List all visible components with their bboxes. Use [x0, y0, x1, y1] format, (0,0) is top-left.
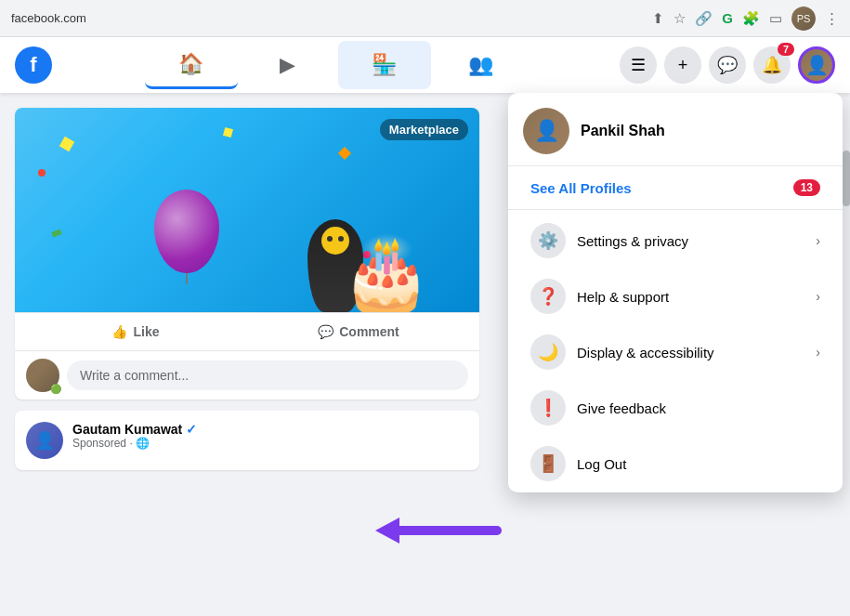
notification-badge: 7 — [778, 43, 794, 56]
settings-item-left: ⚙️ Settings & privacy — [530, 223, 688, 258]
share-icon[interactable]: ⬆ — [652, 10, 664, 27]
star-icon[interactable]: ☆ — [673, 10, 686, 27]
browser-chrome: facebook.com ⬆ ☆ 🔗 G 🧩 ▭ PS ⋮ — [0, 0, 850, 37]
help-item-left: ❓ Help & support — [530, 279, 669, 314]
character-eye — [327, 236, 333, 242]
add-button[interactable]: + — [664, 46, 701, 84]
comment-input[interactable]: Write a comment... — [67, 360, 468, 390]
display-item-left: 🌙 Display & accessibility — [530, 334, 714, 370]
cake-decoration: 🎂 — [340, 238, 433, 312]
sidebar-icon[interactable]: ▭ — [769, 10, 782, 27]
tab-home[interactable]: 🏠 — [145, 41, 238, 89]
help-label: Help & support — [577, 289, 669, 305]
dropdown-profile-section[interactable]: 👤 Pankil Shah — [508, 93, 843, 165]
comment-button[interactable]: 💬 Comment — [249, 317, 468, 347]
link-icon[interactable]: 🔗 — [695, 10, 713, 27]
profile-icon: 👤 — [805, 54, 829, 76]
post-actions: 👍 Like 💬 Comment — [15, 312, 479, 350]
browser-user-avatar[interactable]: PS — [791, 7, 816, 31]
settings-icon: ⚙️ — [530, 223, 566, 258]
see-all-profiles-label: See All Profiles — [530, 180, 632, 196]
home-icon: 🏠 — [178, 52, 203, 76]
post-card-2: 👤 Gautam Kumawat ✓ Sponsored · 🌐 — [15, 411, 479, 470]
bell-icon: 🔔 — [762, 55, 782, 75]
comment-label: Comment — [339, 324, 399, 339]
groups-icon: 👥 — [468, 53, 493, 77]
confetti-piece — [38, 169, 46, 177]
messenger-icon: 💬 — [717, 55, 738, 75]
display-chevron-icon: › — [816, 345, 820, 360]
logout-item-left: 🚪 Log Out — [530, 446, 626, 481]
help-chevron-icon: › — [816, 289, 820, 304]
browser-icons: ⬆ ☆ 🔗 G 🧩 ▭ PS ⋮ — [652, 7, 839, 31]
like-label: Like — [133, 324, 159, 339]
account-dropdown: 👤 Pankil Shah See All Profiles 13 ⚙️ Set… — [508, 93, 843, 492]
nav-actions: ☰ + 💬 🔔 7 👤 — [620, 46, 835, 84]
menu-button[interactable]: ☰ — [620, 46, 657, 84]
nav-tabs: 🏠 ▶ 🏪 👥 — [52, 41, 620, 89]
verified-icon: ✓ — [186, 422, 197, 437]
post2-avatar: 👤 — [26, 422, 63, 459]
commenter-avatar — [26, 359, 59, 392]
confetti-piece — [51, 229, 61, 237]
post2-meta: Sponsored · 🌐 — [72, 437, 468, 450]
arrow-body — [399, 526, 502, 535]
confetti-piece — [223, 127, 233, 138]
messenger-button[interactable]: 💬 — [709, 46, 746, 84]
tab-marketplace[interactable]: 🏪 — [338, 41, 431, 89]
scrollbar[interactable] — [843, 149, 850, 616]
logout-arrow-annotation — [375, 518, 502, 544]
scrollbar-thumb[interactable] — [843, 151, 850, 206]
feedback-item[interactable]: ❗ Give feedback — [516, 381, 835, 435]
feedback-item-left: ❗ Give feedback — [530, 390, 666, 426]
notifications-button[interactable]: 🔔 7 — [753, 46, 791, 84]
post-label: Marketplace — [380, 119, 468, 140]
extension-icon[interactable]: 🧩 — [742, 10, 760, 27]
post2-name-text: Gautam Kumawat — [72, 422, 182, 437]
dropdown-divider-1 — [508, 165, 843, 166]
grammarly-icon[interactable]: G — [722, 10, 733, 26]
facebook-container: f 🏠 ▶ 🏪 👥 ☰ + 💬 — [0, 37, 850, 616]
logout-item[interactable]: 🚪 Log Out — [516, 437, 835, 491]
arrow-head — [375, 518, 399, 544]
comment-icon: 💬 — [318, 324, 333, 339]
moon-icon: 🌙 — [530, 334, 566, 370]
post2-info: Gautam Kumawat ✓ Sponsored · 🌐 — [72, 422, 468, 450]
feedback-icon: ❗ — [530, 390, 566, 426]
dropdown-avatar: 👤 — [523, 108, 569, 154]
confetti-piece — [338, 147, 351, 160]
like-button[interactable]: 👍 Like — [26, 317, 245, 347]
display-label: Display & accessibility — [577, 345, 714, 360]
tab-video[interactable]: ▶ — [242, 41, 334, 89]
browser-menu-icon[interactable]: ⋮ — [825, 10, 839, 27]
post2-author: Gautam Kumawat ✓ — [72, 422, 468, 437]
post-card-1: 🎂 Marketplace 👍 Like 💬 Comment — [15, 108, 479, 400]
like-icon: 👍 — [111, 324, 127, 339]
video-icon: ▶ — [280, 53, 295, 77]
dropdown-username: Pankil Shah — [581, 123, 665, 139]
menu-icon: ☰ — [631, 55, 646, 75]
settings-label: Settings & privacy — [577, 233, 688, 249]
feedback-label: Give feedback — [577, 400, 666, 416]
post-image: 🎂 Marketplace — [15, 108, 479, 312]
comment-area: Write a comment... — [15, 350, 479, 400]
logout-label: Log Out — [577, 456, 626, 472]
plus-icon: + — [678, 56, 688, 75]
nav-left: f — [15, 46, 52, 84]
marketplace-icon: 🏪 — [372, 53, 397, 77]
settings-chevron-icon: › — [816, 233, 820, 248]
help-icon: ❓ — [530, 279, 566, 314]
settings-privacy-item[interactable]: ⚙️ Settings & privacy › — [516, 214, 835, 268]
confetti-piece — [59, 137, 74, 151]
display-accessibility-item[interactable]: 🌙 Display & accessibility › — [516, 325, 835, 379]
see-all-profiles-button[interactable]: See All Profiles 13 — [516, 170, 835, 205]
help-support-item[interactable]: ❓ Help & support › — [516, 269, 835, 323]
browser-url[interactable]: facebook.com — [11, 11, 645, 25]
profiles-badge: 13 — [793, 179, 820, 196]
dropdown-divider-2 — [508, 209, 843, 210]
facebook-nav: f 🏠 ▶ 🏪 👥 ☰ + 💬 — [0, 37, 850, 93]
logout-icon: 🚪 — [530, 446, 566, 481]
facebook-logo: f — [15, 46, 52, 84]
tab-groups[interactable]: 👥 — [435, 41, 528, 89]
profile-button[interactable]: 👤 — [798, 46, 835, 84]
